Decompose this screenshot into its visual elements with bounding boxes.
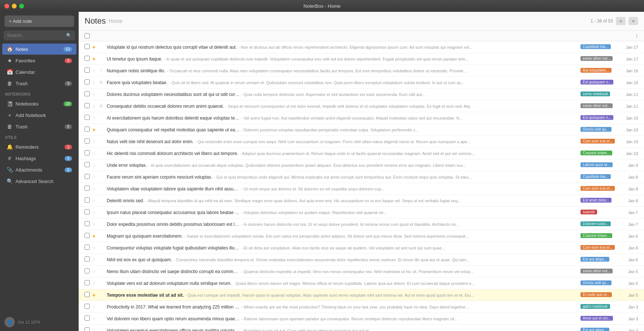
star-icon-17[interactable]: ☆ [92,245,98,251]
star-icon-6[interactable]: ☆ [92,115,98,121]
note-checkbox-19[interactable] [85,268,90,273]
note-notebook-13[interactable]: Est amet dolor... [580,198,621,204]
row-checkbox-12[interactable] [85,186,90,192]
row-checkbox-11[interactable] [85,174,90,180]
note-checkbox-10[interactable] [85,162,90,167]
table-row[interactable]: ☆ ☆ Numquam nobis similique illo. - Occa… [79,65,644,77]
note-checkbox-17[interactable] [85,245,90,250]
row-checkbox-24[interactable] [85,327,90,331]
star-icon-16[interactable]: ★ [92,234,98,239]
note-checkbox-15[interactable] [85,221,90,226]
note-checkbox-6[interactable] [85,115,90,120]
note-notebook-0[interactable]: Cupiditate bla... [580,44,621,50]
row-checkbox-20[interactable] [85,280,90,286]
note-notebook-6[interactable]: Est quisquam n... [580,115,621,121]
sidebar-item-calendar[interactable]: 📅 Calendar [2,66,76,77]
star-icon-0[interactable]: ★ [92,45,98,50]
table-row[interactable]: ★ Ut tenetur quo ipsum itaque. - In quae… [79,53,644,65]
table-row[interactable]: ☆ Voluptate vero est ad dolorum voluptat… [79,277,644,289]
note-checkbox-24[interactable] [85,327,90,331]
note-checkbox-12[interactable] [85,186,90,191]
note-notebook-9[interactable]: Corporis totam... [580,151,621,156]
sidebar-item-favorites[interactable]: ★ Favorites 8 [2,55,76,66]
minimize-button[interactable] [12,4,17,8]
row-checkbox-10[interactable] [85,162,90,168]
table-row[interactable]: ☆ Dolor expedita possimus omnis debitis … [79,218,644,230]
row-checkbox-18[interactable] [85,256,90,263]
note-notebook-8[interactable]: Cum eum eos el... [580,139,621,145]
row-checkbox-1[interactable] [85,56,90,62]
note-notebook-2[interactable]: Aut voluptates... [580,68,621,74]
table-row[interactable]: ☆ Consequuntur voluptas voluptate fugiat… [79,242,644,254]
star-icon-11[interactable]: ☆ [92,175,98,180]
row-checkbox-15[interactable] [85,221,90,227]
star-icon-22[interactable]: ☆ [92,304,98,310]
note-notebook-17[interactable]: Cum eum eos el... [580,245,621,251]
close-button[interactable] [4,4,9,8]
prev-page-button[interactable]: « [616,17,626,25]
row-checkbox-14[interactable] [85,209,90,216]
table-row[interactable]: ★ Voluptate id qui nostrum delectus quis… [79,41,644,53]
star-icon-19[interactable]: ☆ [92,269,98,274]
note-checkbox-7[interactable] [85,127,90,132]
next-page-button[interactable]: » [628,17,638,25]
star-icon-21[interactable]: ★ [92,293,98,298]
note-checkbox-22[interactable] [85,304,90,309]
table-row[interactable]: ☆ Deleniti omnis sed. - Aliquid tempora … [79,195,644,207]
table-row[interactable]: ☆ Voluptatem excepturi exercitationem of… [79,325,644,331]
sidebar-item-notes[interactable]: 🏠 Notes 53 [2,44,76,55]
sidebar-item-add-notebook[interactable]: + Add Notebook [2,110,76,121]
note-checkbox-3[interactable] [85,79,90,85]
table-row[interactable]: ★ Quisquam consequatur vel repellat mole… [79,124,644,136]
star-icon-13[interactable]: ☆ [92,198,98,203]
row-checkbox-6[interactable] [85,115,90,121]
table-row[interactable]: ☆ Vel dolorem non libero quam optio reru… [79,313,644,325]
row-checkbox-17[interactable] [85,245,90,251]
note-notebook-22[interactable]: gab's notebook [580,304,621,310]
star-icon-15[interactable]: ☆ [92,222,98,227]
note-checkbox-1[interactable] [85,56,90,61]
row-checkbox-2[interactable] [85,68,90,74]
note-notebook-20[interactable]: Omnis velit qu... [580,280,621,286]
note-notebook-15[interactable]: Dolorem iusto... [580,221,621,227]
note-checkbox-5[interactable] [85,103,90,108]
table-row[interactable]: ☆ Hic deleniti nisi commodi dolorum arch… [79,148,644,159]
note-notebook-7[interactable]: Omnis velit qu... [580,127,621,133]
note-notebook-24[interactable]: Est aut aliqui... [580,328,621,331]
note-notebook-11[interactable]: Cupiditate bia... [580,174,621,180]
note-checkbox-16[interactable] [85,233,90,238]
note-notebook-19[interactable]: some other not... [580,269,621,275]
note-checkbox-4[interactable] [85,91,90,96]
star-icon-8[interactable]: ☆ [92,139,98,144]
row-checkbox-7[interactable] [85,127,90,133]
note-checkbox-0[interactable] [85,44,90,49]
row-checkbox-23[interactable] [85,316,90,322]
row-checkbox-4[interactable] [85,91,90,97]
star-icon-14[interactable]: ☆ [92,210,98,215]
note-notebook-5[interactable]: some other not... [580,103,621,109]
sidebar-item-trash-nb[interactable]: 🗑 Trash 0 [2,121,76,132]
row-checkbox-22[interactable] [85,304,90,310]
note-notebook-21[interactable]: Et unde quo el... [580,292,621,298]
note-notebook-1[interactable]: some other not... [580,56,621,62]
note-notebook-10[interactable]: Labore quos te... [580,162,621,168]
star-icon-10[interactable]: ☆ [92,163,98,168]
table-row[interactable]: ☆ Ipsum natus placeat consequatur accusa… [79,207,644,218]
star-icon-2[interactable]: ☆ [92,68,98,73]
row-checkbox-5[interactable] [85,103,90,109]
select-all-checkbox[interactable] [85,33,90,38]
table-row[interactable]: ☆ Productivity in 2017: What we learned … [79,301,644,313]
maximize-button[interactable] [19,4,24,8]
note-checkbox-23[interactable] [85,316,90,321]
note-checkbox-13[interactable] [85,197,90,203]
note-notebook-4[interactable]: some notebook [580,92,621,97]
table-row[interactable]: ☆ Facere rerum sint aperiam corporis nes… [79,171,644,183]
row-checkbox-13[interactable] [85,197,90,204]
note-checkbox-8[interactable] [85,138,90,144]
sidebar-item-trash-main[interactable]: 🗑 Trash 9 [2,78,76,89]
star-icon-9[interactable]: ☆ [92,151,98,156]
note-notebook-3[interactable]: Est quisquam n... [580,80,621,86]
note-notebook-16[interactable]: Corporis totam... [580,233,621,239]
table-row[interactable]: ☆ Voluptatem vitae voluptatem labore qui… [79,183,644,195]
sidebar-item-hashtags[interactable]: # Hashtags 5 [2,153,76,164]
